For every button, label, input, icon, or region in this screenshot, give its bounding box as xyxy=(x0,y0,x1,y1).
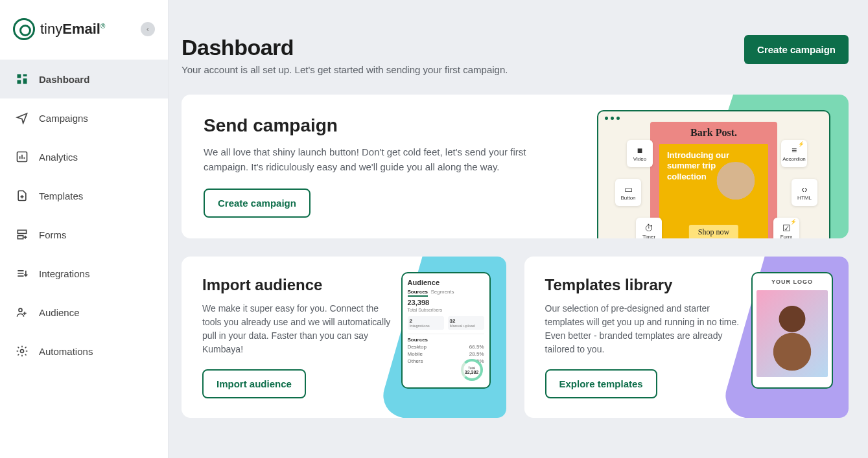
templates-library-card: Templates library Our selection of pre-d… xyxy=(524,257,849,418)
block-chip-form: ⚡☑Form xyxy=(773,218,799,238)
dashboard-icon xyxy=(16,73,29,86)
nav-dashboard[interactable]: Dashboard xyxy=(0,60,168,98)
shop-now-button: Shop now xyxy=(689,225,738,238)
sidebar: tinyEmail® ‹ Dashboard Campaigns Analyti… xyxy=(0,0,169,458)
nav-analytics[interactable]: Analytics xyxy=(0,137,168,176)
import-audience-button[interactable]: Import audience xyxy=(202,369,306,398)
svg-point-7 xyxy=(19,308,22,312)
page-title: Dashboard xyxy=(182,35,508,60)
page-header: Dashboard Your account is all set up. Le… xyxy=(182,35,849,75)
nav: Dashboard Campaigns Analytics Templates … xyxy=(0,60,168,371)
svg-rect-2 xyxy=(23,78,27,84)
nav-label: Campaigns xyxy=(39,113,88,124)
donut-chart-icon: Total32,382 xyxy=(461,359,483,381)
nav-audience[interactable]: Audience xyxy=(0,293,168,332)
nav-label: Integrations xyxy=(39,268,89,279)
chart-icon xyxy=(16,150,29,163)
audience-preview: Audience Sources Segments 23,398 Total S… xyxy=(401,272,491,389)
template-logo-text: YOUR LOGO xyxy=(753,273,832,290)
form-icon: ☑ xyxy=(782,223,791,233)
template-icon xyxy=(16,189,29,202)
video-icon: ■ xyxy=(637,146,642,155)
nav-label: Automations xyxy=(39,346,93,357)
nav-automations[interactable]: Automations xyxy=(0,332,168,371)
logo-icon xyxy=(13,18,35,40)
card-title: Import audience xyxy=(202,276,397,294)
nav-campaigns[interactable]: Campaigns xyxy=(0,98,168,137)
block-chip-button: ▭Button xyxy=(615,179,641,206)
nav-label: Analytics xyxy=(39,152,78,163)
explore-templates-button[interactable]: Explore templates xyxy=(545,369,657,398)
send-campaign-card: Send campaign We all love that shiny lau… xyxy=(182,95,849,238)
timer-icon: ⏱ xyxy=(644,223,653,233)
main: Dashboard Your account is all set up. Le… xyxy=(169,0,868,458)
card-body: We all love that shiny launch button! Do… xyxy=(204,145,567,174)
send-icon xyxy=(16,111,29,124)
integrations-icon xyxy=(16,267,29,280)
block-chip-timer: ⏱Timer xyxy=(636,218,662,238)
template-hero-image xyxy=(757,290,828,377)
svg-rect-3 xyxy=(18,80,21,84)
svg-rect-5 xyxy=(18,230,26,233)
nav-label: Templates xyxy=(39,190,83,201)
preview-brand: Bark Post. xyxy=(650,122,777,139)
template-preview: YOUR LOGO xyxy=(751,272,833,389)
card-body: We make it super easy for you. Connect t… xyxy=(202,302,397,356)
card-title: Templates library xyxy=(545,276,740,294)
audience-icon xyxy=(16,306,29,319)
accordion-icon: ≡ xyxy=(792,146,797,155)
nav-label: Dashboard xyxy=(39,74,89,85)
svg-rect-0 xyxy=(18,74,21,78)
window-dots-icon xyxy=(605,117,620,120)
nav-templates[interactable]: Templates xyxy=(0,176,168,215)
page-subtitle: Your account is all set up. Let's get st… xyxy=(182,64,508,75)
collapse-sidebar-button[interactable]: ‹ xyxy=(141,22,155,36)
block-chip-html: ‹›HTML xyxy=(792,179,817,206)
button-icon: ▭ xyxy=(624,185,633,194)
svg-point-8 xyxy=(21,350,24,353)
create-campaign-button-outline[interactable]: Create campaign xyxy=(204,189,311,218)
svg-rect-1 xyxy=(23,74,27,76)
nav-forms[interactable]: Forms xyxy=(0,215,168,254)
create-campaign-button[interactable]: Create campaign xyxy=(744,35,849,64)
dog-image xyxy=(706,162,766,209)
block-chip-accordion: ⚡≡Accordion xyxy=(781,140,807,167)
logo-text: tinyEmail® xyxy=(40,21,105,38)
nav-label: Audience xyxy=(39,307,80,318)
nav-integrations[interactable]: Integrations xyxy=(0,254,168,293)
nav-label: Forms xyxy=(39,229,67,240)
campaign-preview: Bark Post. Introducing our summer trip c… xyxy=(597,110,830,238)
automations-icon xyxy=(16,345,29,358)
card-title: Send campaign xyxy=(204,115,567,136)
html-icon: ‹› xyxy=(801,185,807,194)
card-body: Our selection of pre-designed and starte… xyxy=(545,302,740,356)
forms-icon xyxy=(16,228,29,241)
block-chip-video: ■Video xyxy=(627,140,653,167)
svg-rect-6 xyxy=(18,236,23,239)
import-audience-card: Import audience We make it super easy fo… xyxy=(182,257,506,418)
brand: tinyEmail® ‹ xyxy=(0,0,168,60)
